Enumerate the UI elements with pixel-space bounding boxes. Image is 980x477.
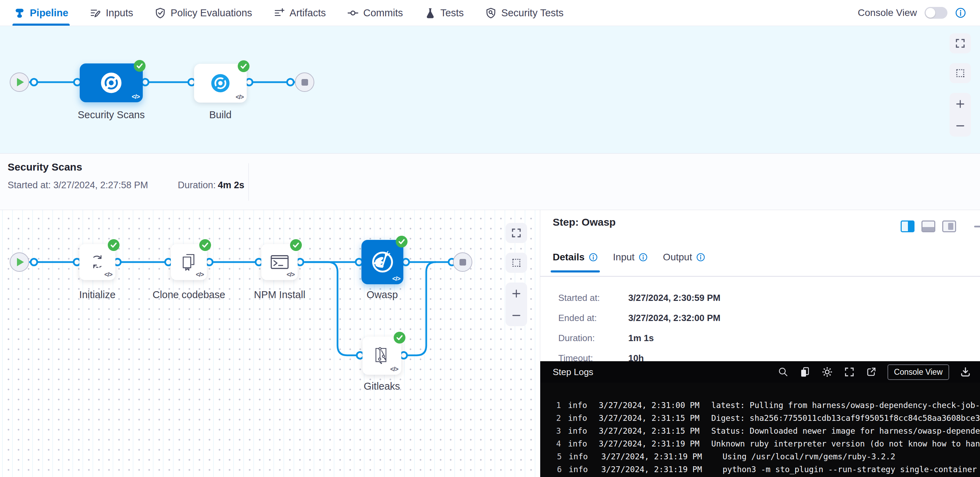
nav-tab-pipeline[interactable]: Pipeline: [14, 0, 68, 26]
select-area-button[interactable]: [950, 63, 971, 83]
detail-label: Started at:: [558, 288, 628, 308]
zoom-in-icon[interactable]: [955, 99, 966, 110]
zoom-in-icon[interactable]: [511, 288, 522, 299]
tab-label: Output: [663, 252, 692, 263]
info-icon[interactable]: [696, 253, 705, 262]
search-logs-button[interactable]: [778, 367, 789, 378]
step-label[interactable]: Owasp: [330, 289, 434, 300]
layout-right-view-button[interactable]: [900, 220, 915, 232]
log-line-number: 3: [553, 426, 561, 436]
detail-label: Ended at:: [558, 308, 628, 328]
initialize-icon: [88, 252, 107, 272]
play-icon: [17, 78, 24, 86]
active-tab-underline: [13, 24, 70, 26]
layout-float-view-button[interactable]: [942, 220, 956, 232]
code-icon: </>: [392, 275, 400, 282]
artifacts-icon: [274, 7, 285, 19]
log-line-number: 2: [553, 413, 561, 423]
tests-icon: [425, 7, 436, 19]
nav-tab-label: Inputs: [106, 7, 133, 19]
log-message: python3 -m sto_plugin --run-strategy sin…: [722, 465, 977, 474]
info-icon[interactable]: [639, 253, 648, 262]
info-icon[interactable]: [955, 7, 966, 18]
step-node-npm-install[interactable]: </>: [261, 244, 298, 280]
step-label[interactable]: Initialize: [45, 289, 150, 300]
stage-graph-canvas[interactable]: </> Security Scans </> Build: [0, 26, 980, 153]
detail-label: Duration:: [558, 328, 628, 348]
zoom-out-icon[interactable]: [955, 120, 966, 131]
copy-logs-button[interactable]: [799, 367, 811, 378]
step-panel-title: Step: Owasp: [553, 216, 616, 228]
step-details-panel: Step: Owasp Details Input Output: [540, 210, 980, 477]
log-timestamp: 3/27/2024, 2:31:15 PM: [599, 426, 701, 436]
nav-tab-policy-evaluations[interactable]: Policy Evaluations: [154, 0, 252, 26]
pipeline-execution-page: Pipeline Inputs Policy Evaluations Art: [0, 0, 980, 477]
step-node-owasp[interactable]: </>: [361, 240, 403, 284]
step-label[interactable]: Gitleaks: [330, 381, 434, 392]
nav-tab-label: Artifacts: [290, 7, 326, 19]
step-start-node: [10, 252, 29, 272]
log-message: Unknown ruby interpreter version (do not…: [711, 439, 980, 448]
toggle-knob: [926, 8, 935, 18]
minimize-panel-button[interactable]: [974, 226, 980, 227]
tab-label: Details: [553, 252, 585, 263]
step-logs-body[interactable]: 1 info 3/27/2024, 2:31:00 PM latest: Pul…: [540, 383, 980, 477]
nav-tab-label: Commits: [363, 7, 402, 19]
log-message: Using /usr/local/rvm/gems/ruby-3.2.2: [722, 452, 896, 461]
stage-node-security-scans[interactable]: </>: [80, 64, 143, 102]
tab-output[interactable]: Output: [663, 252, 705, 273]
layout-bottom-view-icon: [923, 227, 934, 231]
download-logs-button[interactable]: [960, 367, 971, 378]
log-line: 3 info 3/27/2024, 2:31:15 PM Status: Dow…: [553, 424, 980, 437]
step-end-node: [453, 252, 473, 272]
console-view-toggle[interactable]: [924, 7, 947, 19]
select-area-icon: [511, 257, 522, 268]
stage-start-node: [10, 72, 29, 92]
tab-input[interactable]: Input: [613, 252, 648, 273]
fit-to-screen-button[interactable]: [950, 33, 971, 53]
external-link-icon: [865, 367, 877, 378]
copy-icon: [799, 367, 811, 378]
step-node-clone-codebase[interactable]: </>: [171, 244, 207, 280]
code-icon: </>: [104, 271, 112, 278]
log-settings-button[interactable]: [821, 366, 833, 378]
step-node-initialize[interactable]: </>: [80, 244, 115, 280]
stage-duration: Duration:4m 2s: [178, 180, 244, 191]
stage-canvas-controls: [950, 33, 971, 146]
divider: [248, 163, 249, 201]
select-area-button[interactable]: [506, 253, 527, 273]
stage-node-build[interactable]: </>: [194, 64, 247, 103]
nav-tab-security-tests[interactable]: Security Tests: [485, 0, 563, 26]
success-badge: [108, 239, 119, 251]
step-node-gitleaks[interactable]: </>: [363, 337, 401, 375]
nav-tab-commits[interactable]: Commits: [347, 0, 402, 26]
step-canvas-controls: [506, 223, 527, 336]
log-message: Digest: sha256:7755011cdb13caf9f95051f8c…: [711, 413, 980, 423]
success-badge: [290, 239, 302, 251]
nav-tab-tests[interactable]: Tests: [425, 0, 464, 26]
layout-bottom-view-button[interactable]: [921, 220, 935, 232]
layout-float-view-icon: [948, 223, 953, 230]
info-icon[interactable]: [589, 253, 598, 262]
open-in-new-tab-button[interactable]: [865, 367, 877, 378]
step-label[interactable]: Clone codebase: [137, 289, 241, 300]
step-graph-canvas[interactable]: </> Initialize </> Clone codebase </> NP…: [0, 210, 540, 477]
console-view-button[interactable]: Console View: [888, 364, 949, 380]
nav-tab-artifacts[interactable]: Artifacts: [274, 0, 326, 26]
stop-icon: [301, 79, 308, 86]
security-stage-icon: [99, 70, 124, 96]
zoom-controls: [506, 282, 527, 326]
step-label[interactable]: NPM Install: [228, 289, 332, 300]
download-icon: [960, 367, 971, 378]
log-level: info: [569, 465, 592, 474]
fullscreen-logs-button[interactable]: [844, 367, 855, 378]
stage-label[interactable]: Build: [169, 109, 272, 121]
zoom-out-icon[interactable]: [511, 310, 522, 321]
tab-details[interactable]: Details: [553, 252, 598, 273]
commits-icon: [347, 7, 359, 19]
clone-codebase-icon: [179, 252, 199, 272]
zoom-controls: [950, 93, 971, 137]
nav-tab-inputs[interactable]: Inputs: [90, 0, 133, 26]
fit-to-screen-button[interactable]: [506, 223, 527, 243]
stage-label[interactable]: Security Scans: [59, 109, 163, 121]
